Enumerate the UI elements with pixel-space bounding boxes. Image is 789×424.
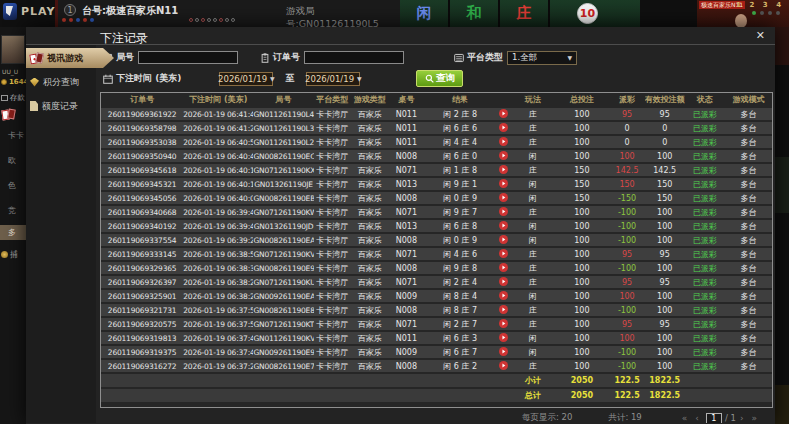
play-video-icon[interactable]: [499, 333, 508, 342]
date-to-select[interactable]: 2026/01/19 ▼: [306, 72, 360, 86]
table-row: 2601190693162722026-01-19 06:37:27GN0082…: [101, 360, 772, 372]
cell-play: [496, 319, 511, 330]
play-video-icon[interactable]: [499, 235, 508, 244]
page-number-input[interactable]: 1: [706, 413, 722, 424]
cell-mode: 多台: [725, 263, 772, 274]
last-page-button[interactable]: »: [751, 413, 757, 423]
cell-payout: 0: [610, 138, 645, 147]
table-row: 2601190693198132026-01-19 06:37:47GN0112…: [101, 332, 772, 344]
play-video-icon[interactable]: [499, 179, 508, 188]
cell-game: 百家乐: [351, 235, 389, 246]
table-body: 2601190693619222026-01-19 06:41:46GN0112…: [101, 108, 772, 402]
order-number-input[interactable]: [304, 51, 404, 64]
user-avatar[interactable]: [1, 35, 25, 64]
lobby-menu-fishing[interactable]: 捕: [1, 249, 18, 260]
play-video-icon[interactable]: [499, 361, 508, 370]
bet-tie-button[interactable]: 和: [450, 0, 500, 27]
modal-body: 视讯游戏 积分查询 额度记录 局号: [26, 45, 775, 423]
cell-platform: 卡卡湾厅: [314, 235, 351, 246]
cell-valid: 150: [645, 194, 685, 203]
table-row: 2601190693453212026-01-19 06:40:10GN0132…: [101, 178, 772, 190]
cell-mode: 多台: [725, 235, 772, 246]
deposit-button[interactable]: 存款: [1, 93, 25, 103]
prev-page-button[interactable]: ‹: [695, 413, 699, 423]
play-video-icon[interactable]: [499, 193, 508, 202]
lobby-menu-dice[interactable]: 色: [8, 180, 16, 191]
screen: PLAY∆CE 1 台号:极速百家乐N11 游戏局号:GN011261190L5…: [0, 0, 789, 424]
date-from-select[interactable]: 2026/01/19 ▼: [219, 72, 273, 86]
cell-game: 百家乐: [351, 193, 389, 204]
cell-payout: -150: [610, 194, 645, 203]
cell-platform: 卡卡湾厅: [314, 333, 351, 344]
table-header: 订单号下注时间 (美东)局号平台类型游戏类型桌号结果玩法总投注派彩有效投注额状态…: [101, 93, 772, 106]
cell-table: N071: [389, 250, 424, 259]
cell-game: 百家乐: [351, 165, 389, 176]
search-button[interactable]: 查询: [416, 70, 463, 87]
cell-status: 已派彩: [685, 123, 725, 134]
play-video-icon[interactable]: [499, 263, 508, 272]
cell-time: 2026-01-19 06:38:57: [183, 250, 253, 259]
cell-status: 已派彩: [685, 333, 725, 344]
sidebar-item-quota-records[interactable]: 额度记录: [26, 96, 96, 116]
platform-type-select[interactable]: 1.全部 ▼: [507, 51, 577, 65]
play-video-icon[interactable]: [499, 137, 508, 146]
round-number-input[interactable]: [138, 51, 238, 64]
play-video-icon[interactable]: [499, 151, 508, 160]
lobby-menu-multi[interactable]: 多: [0, 225, 26, 240]
cell-play: [496, 235, 511, 246]
lobby-menu-europe[interactable]: 欧: [8, 155, 16, 166]
cell-valid: 100: [645, 152, 685, 161]
balance-value: 1644: [9, 78, 26, 86]
sidebar-item-points-query[interactable]: 积分查询: [26, 72, 96, 92]
table-row: 2601190693450562026-01-19 06:40:08GN0082…: [101, 192, 772, 204]
cell-result: 闲 6 庄 8: [424, 221, 496, 232]
lobby-menu-kaka[interactable]: 卡卡: [8, 130, 24, 141]
cell-bet_type: 闲: [511, 291, 554, 302]
cell-result: 闲 2 庄 7: [424, 319, 496, 330]
next-page-button[interactable]: ›: [740, 413, 744, 423]
close-icon[interactable]: ✕: [756, 29, 765, 42]
play-video-icon[interactable]: [499, 123, 508, 132]
cell-status: 已派彩: [685, 137, 725, 148]
cell-platform: 卡卡湾厅: [314, 179, 351, 190]
header-result: 结果: [424, 94, 496, 105]
cell-platform: 卡卡湾厅: [314, 165, 351, 176]
sidebar-item-video-games[interactable]: 视讯游戏: [26, 48, 114, 68]
username-label: UU_U: [2, 68, 18, 75]
video-status-dots: [752, 11, 780, 15]
cell-bet_type: 庄: [511, 263, 554, 274]
play-video-icon[interactable]: [499, 347, 508, 356]
play-video-icon[interactable]: [499, 221, 508, 230]
cell-time: 2026-01-19 06:40:08: [183, 194, 253, 203]
bet-banker-button[interactable]: 庄: [500, 0, 550, 27]
play-video-icon[interactable]: [499, 207, 508, 216]
cell-round: GN013261190JE: [253, 180, 313, 189]
cell-bet_type: 闲: [511, 347, 554, 358]
first-page-button[interactable]: «: [682, 413, 688, 423]
cell-mode: 多台: [725, 123, 772, 134]
cell-game: 百家乐: [351, 221, 389, 232]
cell-table: N008: [389, 194, 424, 203]
play-video-icon[interactable]: [499, 249, 508, 258]
bet-player-button[interactable]: 闲: [400, 0, 450, 27]
play-video-icon[interactable]: [499, 165, 508, 174]
play-video-icon[interactable]: [499, 277, 508, 286]
play-video-icon[interactable]: [499, 109, 508, 118]
cell-table: N009: [389, 292, 424, 301]
play-video-icon[interactable]: [499, 305, 508, 314]
cell-table: N071: [389, 278, 424, 287]
play-video-icon[interactable]: [499, 291, 508, 300]
cell-order: 260119069337554: [101, 236, 183, 245]
cell-mode: 多台: [725, 179, 772, 190]
header-payout: 派彩: [610, 94, 645, 105]
cell-time: 2026-01-19 06:39:41: [183, 222, 253, 231]
cell-status: 已派彩: [685, 347, 725, 358]
bet-time-filter-label: 下注时间 (美东): [103, 72, 181, 85]
cell-valid: 142.5: [645, 166, 685, 175]
lobby-menu-sports[interactable]: 竞: [8, 205, 16, 216]
play-video-icon[interactable]: [499, 319, 508, 328]
cell-round: GN008261190E7: [253, 362, 313, 371]
cell-mode: 多台: [725, 319, 772, 330]
search-icon: [425, 74, 434, 83]
cell-time: 2026-01-19 06:40:54: [183, 138, 253, 147]
